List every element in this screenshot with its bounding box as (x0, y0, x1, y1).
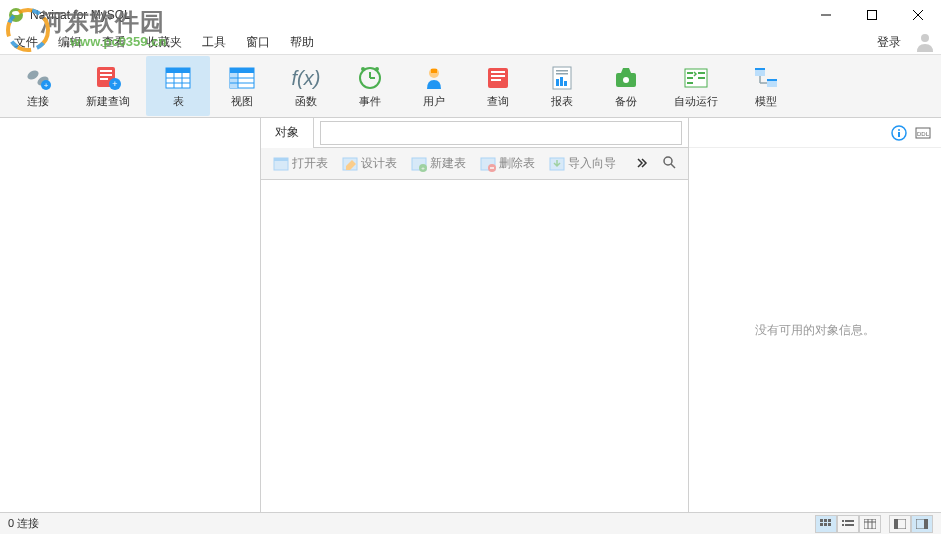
delete-table-icon (480, 156, 496, 172)
svg-line-74 (671, 164, 675, 168)
svg-rect-44 (556, 70, 568, 72)
avatar-icon[interactable] (913, 30, 937, 54)
window-controls (803, 0, 941, 30)
search-button[interactable] (656, 152, 682, 176)
view-grid-button[interactable] (815, 515, 837, 533)
open-table-icon (273, 156, 289, 172)
toolbar-query[interactable]: 查询 (466, 56, 530, 116)
svg-rect-88 (842, 524, 844, 526)
view-mode-buttons (815, 515, 933, 533)
new-table-icon: + (411, 156, 427, 172)
open-table-button[interactable]: 打开表 (267, 152, 334, 175)
more-actions-button[interactable] (630, 153, 654, 175)
clock-icon (354, 64, 386, 92)
toolbar-connect-label: 连接 (27, 94, 49, 109)
design-table-button[interactable]: 设计表 (336, 152, 403, 175)
info-panel: DDL 没有可用的对象信息。 (689, 118, 941, 512)
svg-rect-26 (230, 68, 254, 73)
ddl-icon[interactable]: DDL (915, 125, 931, 141)
menu-edit[interactable]: 编辑 (48, 31, 92, 54)
view-panel-left-button[interactable] (889, 515, 911, 533)
toolbar-function[interactable]: f(x) 函数 (274, 56, 338, 116)
svg-rect-55 (698, 72, 705, 74)
view-icon (226, 64, 258, 92)
login-button[interactable]: 登录 (869, 31, 909, 54)
object-list-area[interactable] (261, 180, 688, 512)
svg-rect-95 (894, 519, 898, 529)
svg-rect-87 (845, 520, 854, 522)
svg-point-3 (12, 11, 20, 15)
toolbar-model-label: 模型 (755, 94, 777, 109)
svg-rect-60 (767, 81, 777, 87)
toolbar-report[interactable]: 报表 (530, 56, 594, 116)
svg-rect-82 (828, 519, 831, 522)
plug-icon: + (22, 64, 54, 92)
grid-icon (820, 519, 832, 529)
titlebar: Navicat for MySQL (0, 0, 941, 30)
panel-right-icon (916, 519, 928, 529)
connection-tree-panel[interactable] (0, 118, 261, 512)
toolbar-backup-label: 备份 (615, 94, 637, 109)
toolbar-model[interactable]: 模型 (734, 56, 798, 116)
detail-icon (864, 519, 876, 529)
menu-tools[interactable]: 工具 (192, 31, 236, 54)
menu-help[interactable]: 帮助 (280, 31, 324, 54)
toolbar-automation[interactable]: 自动运行 (658, 56, 734, 116)
info-icon[interactable] (891, 125, 907, 141)
menu-file[interactable]: 文件 (4, 31, 48, 54)
maximize-button[interactable] (849, 0, 895, 30)
new-table-button[interactable]: + 新建表 (405, 152, 472, 175)
svg-rect-27 (230, 73, 238, 88)
svg-rect-15 (100, 74, 112, 76)
svg-text:+: + (421, 165, 425, 171)
toolbar-backup[interactable]: 备份 (594, 56, 658, 116)
connection-count: 0 连接 (8, 516, 39, 531)
svg-rect-48 (564, 81, 567, 86)
toolbar-query-label: 查询 (487, 94, 509, 109)
toolbar-new-query-label: 新建查询 (86, 94, 130, 109)
search-icon (662, 155, 676, 169)
report-icon (546, 64, 578, 92)
toolbar-user[interactable]: 用户 (402, 56, 466, 116)
view-list-button[interactable] (837, 515, 859, 533)
svg-rect-14 (100, 70, 112, 72)
toolbar-new-query[interactable]: + 新建查询 (70, 56, 146, 116)
svg-point-50 (623, 77, 629, 83)
view-panel-right-button[interactable] (911, 515, 933, 533)
svg-rect-86 (842, 520, 844, 522)
svg-rect-85 (828, 523, 831, 526)
menu-window[interactable]: 窗口 (236, 31, 280, 54)
app-icon (8, 7, 24, 23)
toolbar-user-label: 用户 (423, 94, 445, 109)
list-icon (842, 519, 854, 529)
toolbar-table[interactable]: 表 (146, 56, 210, 116)
menubar: 文件 编辑 查看 收藏夹 工具 窗口 帮助 登录 (0, 30, 941, 54)
object-filter-input[interactable] (320, 121, 682, 145)
svg-text:f(x): f(x) (292, 67, 321, 89)
svg-rect-42 (491, 79, 501, 81)
minimize-button[interactable] (803, 0, 849, 30)
query-icon (482, 64, 514, 92)
view-detail-button[interactable] (859, 515, 881, 533)
import-icon (549, 156, 565, 172)
svg-rect-81 (824, 519, 827, 522)
menu-favorites[interactable]: 收藏夹 (136, 31, 192, 54)
tab-object[interactable]: 对象 (261, 118, 314, 148)
svg-rect-20 (166, 68, 190, 73)
statusbar: 0 连接 (0, 512, 941, 534)
menu-view[interactable]: 查看 (92, 31, 136, 54)
panel-left-icon (894, 519, 906, 529)
close-button[interactable] (895, 0, 941, 30)
svg-rect-56 (698, 77, 705, 79)
svg-rect-47 (560, 77, 563, 86)
chevron-double-right-icon (636, 157, 648, 169)
delete-table-button[interactable]: 删除表 (474, 152, 541, 175)
toolbar-view[interactable]: 视图 (210, 56, 274, 116)
svg-point-8 (921, 34, 929, 42)
svg-rect-58 (755, 70, 765, 76)
toolbar-connect[interactable]: + 连接 (6, 56, 70, 116)
info-panel-empty: 没有可用的对象信息。 (689, 148, 941, 512)
object-toolbar: 打开表 设计表 + 新建表 删除表 导入向导 (261, 148, 688, 180)
toolbar-event[interactable]: 事件 (338, 56, 402, 116)
import-wizard-button[interactable]: 导入向导 (543, 152, 622, 175)
